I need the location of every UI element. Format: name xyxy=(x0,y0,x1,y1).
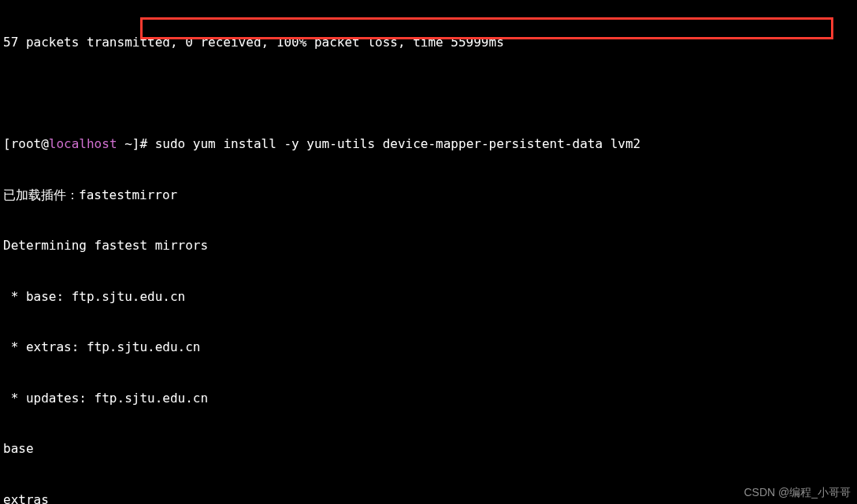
output-line: base xyxy=(3,440,854,458)
prompt-at: @ xyxy=(41,136,49,151)
prompt-line[interactable]: [root@localhost ~]# sudo yum install -y … xyxy=(3,135,854,153)
blank-line xyxy=(3,85,854,102)
output-line: * base: ftp.sjtu.edu.cn xyxy=(3,288,854,306)
terminal-window[interactable]: 57 packets transmitted, 0 received, 100%… xyxy=(0,0,857,504)
prompt-host: localhost xyxy=(49,136,117,151)
prompt-user: root xyxy=(11,136,42,151)
output-line: 57 packets transmitted, 0 received, 100%… xyxy=(3,34,854,51)
prompt-bracket: [ xyxy=(3,136,11,151)
output-line: 已加载插件：fastestmirror xyxy=(3,187,854,204)
prompt-tail: ~]# xyxy=(117,136,155,151)
output-line: * extras: ftp.sjtu.edu.cn xyxy=(3,339,854,356)
command-text: sudo yum install -y yum-utils device-map… xyxy=(155,136,641,151)
output-line: extras xyxy=(3,491,854,505)
output-line: Determining fastest mirrors xyxy=(3,237,854,254)
output-line: * updates: ftp.sjtu.edu.cn xyxy=(3,390,854,407)
